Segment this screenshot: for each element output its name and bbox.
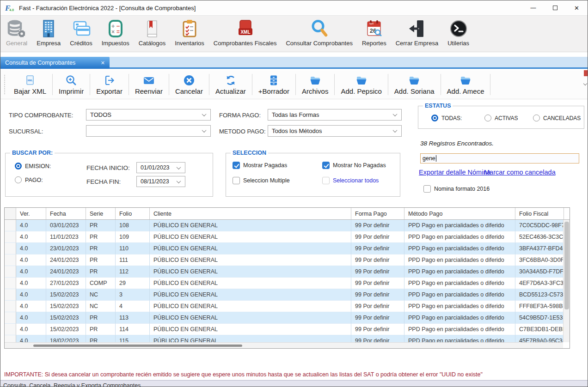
toolbar-item-reportes[interactable]: April26Reportes — [357, 18, 391, 47]
toolbar-item-impuestos[interactable]: +−×=Impuestos — [97, 18, 134, 47]
vertical-scrollbar-thumb[interactable] — [564, 222, 569, 309]
action-button-borrador[interactable]: +Borrador — [252, 73, 295, 96]
action-button-actualizar[interactable]: Actualizar — [209, 73, 252, 96]
seleccion-checkbox-seleccionar-todos[interactable]: Seleccionar todos — [322, 177, 379, 184]
cell-metodo-pago: PPD Pago en parcialidades o diferido — [404, 335, 515, 342]
estatus-radio-label: TODAS: — [441, 115, 462, 121]
action-button-cancelar[interactable]: Cancelar — [169, 73, 209, 96]
action-button-bajar-xml[interactable]: XMLBajar XML — [8, 73, 52, 96]
radio-icon — [533, 115, 540, 121]
action-button-add-amece[interactable]: Add. Amece — [441, 73, 490, 96]
table-row[interactable]: 4.015/02/2023PR114PÚBLICO EN GENERAL99 P… — [5, 324, 563, 335]
row-selector-cell[interactable] — [5, 335, 16, 342]
toolbar-item-comprobantes-fiscales[interactable]: XMLComprobantes Fiscales — [209, 18, 282, 47]
table-row[interactable]: 4.027/01/2023COMP29PÚBLICO EN GENERAL99 … — [5, 278, 563, 289]
action-button-add-pepsico[interactable]: Add. Pepsico — [335, 73, 387, 96]
row-selector-cell[interactable] — [5, 243, 16, 254]
column-header-folio-fiscal[interactable]: Folio Fiscal — [515, 208, 564, 219]
seleccion-checkbox-mostrar-pagadas[interactable]: Mostrar Pagadas — [233, 162, 287, 169]
cell-folio-fiscal: 7C0C5DDC-98F7-4A — [515, 220, 563, 231]
table-row[interactable]: 4.015/02/2023NC3PÚBLICO EN GENERAL99 Por… — [5, 289, 563, 301]
row-selector-cell[interactable] — [5, 231, 16, 243]
action-button-imprimir[interactable]: Imprimir — [53, 73, 90, 96]
column-header-serie[interactable]: Serie — [86, 208, 116, 219]
toolbar-item-empresa[interactable]: Empresa — [32, 18, 65, 47]
toolbar-item-utilerias[interactable]: Utilerias — [443, 18, 474, 47]
table-row[interactable]: 4.015/02/2023NC4PÚBLICO EN GENERAL99 Por… — [5, 301, 563, 312]
cell-ver: 4.0 — [16, 335, 46, 342]
row-selector-cell[interactable] — [5, 289, 16, 301]
seleccion-checkbox-mostrar-no-pagadas[interactable]: Mostrar No Pagadas — [322, 162, 386, 169]
horizontal-scrollbar-thumb[interactable] — [33, 345, 242, 347]
row-selector-cell[interactable] — [5, 301, 16, 312]
column-header-fecha[interactable]: Fecha — [46, 208, 86, 219]
marcar-como-cancelada-link[interactable]: Marcar como cancelada — [484, 169, 556, 176]
exportar-detalle-nomina-link[interactable]: Exportar detalle Nómina — [419, 169, 491, 176]
action-button-add-soriana[interactable]: Add. Soriana — [388, 73, 441, 96]
export-icon — [104, 74, 116, 87]
column-header-selector[interactable] — [5, 208, 16, 219]
table-row[interactable]: 4.015/02/2023PR113PÚBLICO EN GENERAL99 P… — [5, 312, 563, 324]
cell-folio: 112 — [116, 266, 150, 278]
radio-icon — [431, 115, 438, 121]
vertical-scrollbar[interactable] — [563, 220, 570, 342]
row-selector-cell[interactable] — [5, 324, 16, 335]
checkbox-icon — [233, 162, 240, 169]
action-button-exportar[interactable]: Exportar — [90, 73, 129, 96]
cell-serie: PR — [86, 312, 116, 324]
column-header-folio[interactable]: Folio — [116, 208, 150, 219]
toolbar-item-catalogos[interactable]: Catálogos — [134, 18, 171, 47]
sucursal-select[interactable] — [86, 125, 211, 137]
toolbar-item-consultar-comprobantes[interactable]: Consultar Comprobantes — [281, 18, 357, 47]
toolbar-grip[interactable] — [4, 75, 6, 94]
building-icon — [38, 18, 59, 39]
seleccion-checkbox-seleccion-multiple[interactable]: Seleccion Multiple — [233, 177, 290, 184]
action-button-archivos[interactable]: Archivos — [296, 73, 335, 96]
table-row[interactable]: 4.023/01/2023PR110PÚBLICO EN GENERAL99 P… — [5, 243, 563, 254]
estatus-radio-todas[interactable]: TODAS: — [431, 115, 462, 121]
horizontal-scrollbar[interactable] — [5, 342, 563, 348]
minimize-icon[interactable] — [522, 0, 544, 15]
search-input[interactable]: gene — [420, 153, 579, 163]
table-row[interactable]: 4.024/01/2023PR111PÚBLICO EN GENERAL99 P… — [5, 254, 563, 266]
cancel-icon — [183, 74, 195, 87]
cell-ver: 4.0 — [16, 312, 46, 324]
tab-consulta-de-comprobantes[interactable]: Consulta de Comprobantes — [0, 57, 110, 69]
table-row[interactable]: 4.003/01/2023PR108PÚBLICO EN GENERAL99 P… — [5, 220, 563, 231]
fecha-fin-select[interactable]: 08/11/2023 — [136, 176, 185, 187]
column-header-metodo-pago[interactable]: Método Pago — [404, 208, 515, 219]
table-row[interactable]: 4.018/02/2023PR115PÚBLICO EN GENERAL99 P… — [5, 335, 563, 342]
row-selector-cell[interactable] — [5, 220, 16, 231]
close-icon[interactable] — [566, 0, 588, 15]
column-header-ver[interactable]: Ver. — [16, 208, 46, 219]
toolbar-item-inventarios[interactable]: Inventarios — [170, 18, 209, 47]
maximize-icon[interactable] — [544, 0, 566, 15]
buscar-radio-pago[interactable]: PAGO: — [15, 176, 43, 183]
column-header-cliente[interactable]: Cliente — [150, 208, 351, 219]
column-header-forma-pago[interactable]: Forma Pago — [351, 208, 404, 219]
nomina-formato-2016-checkbox[interactable]: Nomina formato 2016 — [423, 185, 490, 193]
row-selector-cell[interactable] — [5, 254, 16, 266]
cell-cliente: PÚBLICO EN GENERAL — [150, 335, 351, 342]
estatus-radio-activas[interactable]: ACTIVAS — [484, 115, 518, 121]
cell-serie: PR — [86, 231, 116, 243]
row-selector-cell[interactable] — [5, 266, 16, 278]
table-row[interactable]: 4.011/01/2023PR109PÚBLICO EN GENERAL99 P… — [5, 231, 563, 243]
row-selector-cell[interactable] — [5, 278, 16, 289]
toolbar-item-cerrar-empresa[interactable]: Cerrar Empresa — [391, 18, 443, 47]
buscar-radio-emision[interactable]: EMISION: — [15, 163, 51, 169]
metodo-pago-select[interactable]: Todos los Métodos — [268, 125, 402, 137]
forma-pago-select[interactable]: Todas las Formas — [268, 109, 402, 121]
table-row[interactable]: 4.024/01/2023PR112PÚBLICO EN GENERAL99 P… — [5, 266, 563, 278]
fecha-inicio-select[interactable]: 01/01/2023 — [136, 162, 185, 173]
toolbar-item-creditos[interactable]: Créditos — [65, 18, 97, 47]
tipo-comprobante-select[interactable]: TODOS — [86, 109, 211, 121]
estatus-radio-canceladas[interactable]: CANCELADAS — [533, 115, 581, 121]
cell-forma-pago: 99 Por definir — [351, 243, 404, 254]
toolbar-item-general[interactable]: General — [1, 18, 32, 47]
action-button-reenviar[interactable]: Reenviar — [129, 73, 169, 96]
tab-close-icon[interactable] — [101, 60, 105, 66]
row-selector-cell[interactable] — [5, 312, 16, 324]
cell-metodo-pago: PPD Pago en parcialidades o diferido — [404, 324, 515, 335]
important-note: IMPORTANTE: Si desea cancelar un comprob… — [4, 371, 483, 378]
